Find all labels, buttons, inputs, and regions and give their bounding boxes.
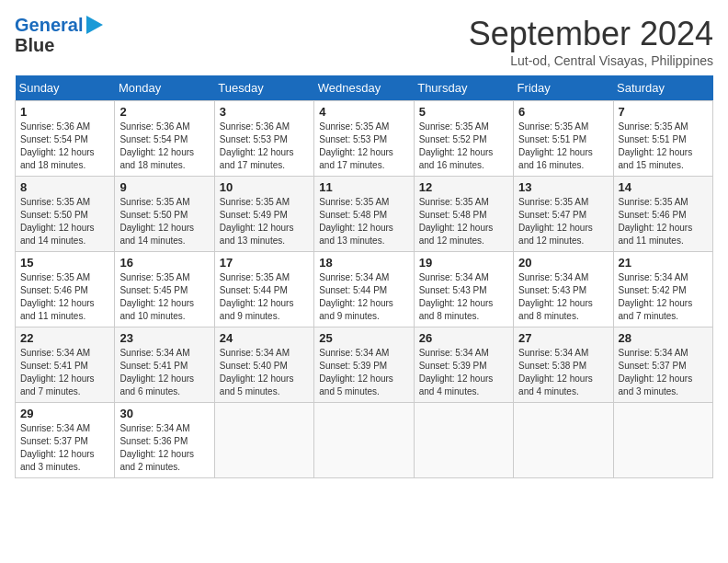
day-number: 21 <box>619 256 708 270</box>
calendar-cell: 19Sunrise: 5:34 AM Sunset: 5:43 PM Dayli… <box>414 252 513 327</box>
calendar-cell: 25Sunrise: 5:34 AM Sunset: 5:39 PM Dayli… <box>314 327 414 403</box>
logo-text: General <box>15 15 83 35</box>
calendar-cell: 29Sunrise: 5:34 AM Sunset: 5:37 PM Dayli… <box>16 403 115 478</box>
calendar-cell: 5Sunrise: 5:35 AM Sunset: 5:52 PM Daylig… <box>414 101 513 177</box>
calendar-cell: 16Sunrise: 5:35 AM Sunset: 5:45 PM Dayli… <box>115 252 214 327</box>
calendar-cell: 14Sunrise: 5:35 AM Sunset: 5:46 PM Dayli… <box>613 177 712 252</box>
calendar-cell: 21Sunrise: 5:34 AM Sunset: 5:42 PM Dayli… <box>613 252 712 327</box>
day-info: Sunrise: 5:35 AM Sunset: 5:51 PM Dayligh… <box>518 121 608 172</box>
logo: General Blue <box>15 15 103 55</box>
day-number: 7 <box>619 105 708 119</box>
calendar-cell: 2Sunrise: 5:36 AM Sunset: 5:54 PM Daylig… <box>115 101 214 177</box>
day-number: 26 <box>419 331 508 345</box>
day-number: 14 <box>619 180 708 194</box>
day-info: Sunrise: 5:34 AM Sunset: 5:41 PM Dayligh… <box>20 347 109 398</box>
day-number: 16 <box>119 256 209 270</box>
calendar-cell: 6Sunrise: 5:35 AM Sunset: 5:51 PM Daylig… <box>514 101 613 177</box>
day-info: Sunrise: 5:34 AM Sunset: 5:40 PM Dayligh… <box>220 347 309 398</box>
calendar-week-row: 29Sunrise: 5:34 AM Sunset: 5:37 PM Dayli… <box>16 403 713 478</box>
calendar-cell: 9Sunrise: 5:35 AM Sunset: 5:50 PM Daylig… <box>115 177 214 252</box>
day-info: Sunrise: 5:34 AM Sunset: 5:42 PM Dayligh… <box>619 271 708 323</box>
day-number: 10 <box>220 180 309 194</box>
day-of-week-header: Wednesday <box>314 75 414 101</box>
day-number: 15 <box>20 256 109 270</box>
calendar-cell <box>514 403 613 478</box>
day-info: Sunrise: 5:34 AM Sunset: 5:39 PM Dayligh… <box>419 347 508 398</box>
day-info: Sunrise: 5:35 AM Sunset: 5:50 PM Dayligh… <box>20 196 109 247</box>
day-number: 27 <box>518 331 608 345</box>
calendar-body: 1Sunrise: 5:36 AM Sunset: 5:54 PM Daylig… <box>16 101 713 478</box>
calendar-cell: 3Sunrise: 5:36 AM Sunset: 5:53 PM Daylig… <box>214 101 313 177</box>
calendar-cell: 1Sunrise: 5:36 AM Sunset: 5:54 PM Daylig… <box>16 101 115 177</box>
calendar-week-row: 22Sunrise: 5:34 AM Sunset: 5:41 PM Dayli… <box>16 327 713 403</box>
day-number: 22 <box>20 331 109 345</box>
calendar-cell: 15Sunrise: 5:35 AM Sunset: 5:46 PM Dayli… <box>16 252 115 327</box>
calendar-cell: 13Sunrise: 5:35 AM Sunset: 5:47 PM Dayli… <box>514 177 613 252</box>
day-info: Sunrise: 5:34 AM Sunset: 5:39 PM Dayligh… <box>319 347 408 398</box>
title-block: September 2024 Lut-od, Central Visayas, … <box>469 15 713 68</box>
calendar-week-row: 1Sunrise: 5:36 AM Sunset: 5:54 PM Daylig… <box>16 101 713 177</box>
day-of-week-header: Tuesday <box>214 75 313 101</box>
day-number: 18 <box>319 256 408 270</box>
logo-blue-text: Blue <box>15 35 54 55</box>
day-info: Sunrise: 5:36 AM Sunset: 5:53 PM Dayligh… <box>220 121 309 172</box>
day-info: Sunrise: 5:35 AM Sunset: 5:51 PM Dayligh… <box>619 121 708 172</box>
day-info: Sunrise: 5:36 AM Sunset: 5:54 PM Dayligh… <box>20 121 109 172</box>
day-number: 28 <box>619 331 708 345</box>
calendar-cell <box>214 403 313 478</box>
day-info: Sunrise: 5:35 AM Sunset: 5:45 PM Dayligh… <box>119 271 209 323</box>
calendar-header: SundayMondayTuesdayWednesdayThursdayFrid… <box>16 75 713 101</box>
calendar-cell: 20Sunrise: 5:34 AM Sunset: 5:43 PM Dayli… <box>514 252 613 327</box>
logo-arrow-icon <box>86 16 103 34</box>
days-of-week-row: SundayMondayTuesdayWednesdayThursdayFrid… <box>16 75 713 101</box>
day-number: 1 <box>20 105 109 119</box>
day-number: 19 <box>419 256 508 270</box>
calendar-cell: 26Sunrise: 5:34 AM Sunset: 5:39 PM Dayli… <box>414 327 513 403</box>
day-number: 29 <box>20 407 109 420</box>
day-number: 4 <box>319 105 408 119</box>
day-info: Sunrise: 5:35 AM Sunset: 5:52 PM Dayligh… <box>419 121 508 172</box>
day-info: Sunrise: 5:35 AM Sunset: 5:46 PM Dayligh… <box>619 196 708 247</box>
calendar-cell: 11Sunrise: 5:35 AM Sunset: 5:48 PM Dayli… <box>314 177 414 252</box>
day-number: 20 <box>518 256 608 270</box>
day-number: 24 <box>220 331 309 345</box>
day-of-week-header: Friday <box>514 75 613 101</box>
calendar-cell <box>613 403 712 478</box>
day-of-week-header: Thursday <box>414 75 513 101</box>
calendar-cell: 8Sunrise: 5:35 AM Sunset: 5:50 PM Daylig… <box>16 177 115 252</box>
day-info: Sunrise: 5:35 AM Sunset: 5:49 PM Dayligh… <box>220 196 309 247</box>
day-info: Sunrise: 5:35 AM Sunset: 5:50 PM Dayligh… <box>119 196 209 247</box>
calendar-cell: 4Sunrise: 5:35 AM Sunset: 5:53 PM Daylig… <box>314 101 414 177</box>
day-info: Sunrise: 5:34 AM Sunset: 5:38 PM Dayligh… <box>518 347 608 398</box>
calendar-cell <box>314 403 414 478</box>
day-of-week-header: Monday <box>115 75 214 101</box>
day-info: Sunrise: 5:34 AM Sunset: 5:37 PM Dayligh… <box>619 347 708 398</box>
calendar-cell: 23Sunrise: 5:34 AM Sunset: 5:41 PM Dayli… <box>115 327 214 403</box>
calendar-week-row: 8Sunrise: 5:35 AM Sunset: 5:50 PM Daylig… <box>16 177 713 252</box>
calendar-cell: 30Sunrise: 5:34 AM Sunset: 5:36 PM Dayli… <box>115 403 214 478</box>
day-number: 11 <box>319 180 408 194</box>
day-number: 5 <box>419 105 508 119</box>
page-header: General Blue September 2024 Lut-od, Cent… <box>15 15 713 68</box>
day-info: Sunrise: 5:35 AM Sunset: 5:48 PM Dayligh… <box>319 196 408 247</box>
day-of-week-header: Saturday <box>613 75 712 101</box>
calendar-week-row: 15Sunrise: 5:35 AM Sunset: 5:46 PM Dayli… <box>16 252 713 327</box>
month-title: September 2024 <box>469 15 713 53</box>
calendar-cell: 17Sunrise: 5:35 AM Sunset: 5:44 PM Dayli… <box>214 252 313 327</box>
calendar-cell: 24Sunrise: 5:34 AM Sunset: 5:40 PM Dayli… <box>214 327 313 403</box>
location-text: Lut-od, Central Visayas, Philippines <box>469 53 713 68</box>
day-info: Sunrise: 5:35 AM Sunset: 5:47 PM Dayligh… <box>518 196 608 247</box>
day-info: Sunrise: 5:35 AM Sunset: 5:44 PM Dayligh… <box>220 271 309 323</box>
day-number: 8 <box>20 180 109 194</box>
day-info: Sunrise: 5:34 AM Sunset: 5:36 PM Dayligh… <box>119 422 209 474</box>
calendar-cell: 12Sunrise: 5:35 AM Sunset: 5:48 PM Dayli… <box>414 177 513 252</box>
day-info: Sunrise: 5:34 AM Sunset: 5:37 PM Dayligh… <box>20 422 109 474</box>
calendar-cell: 27Sunrise: 5:34 AM Sunset: 5:38 PM Dayli… <box>514 327 613 403</box>
calendar-cell: 28Sunrise: 5:34 AM Sunset: 5:37 PM Dayli… <box>613 327 712 403</box>
day-number: 13 <box>518 180 608 194</box>
day-number: 17 <box>220 256 309 270</box>
day-info: Sunrise: 5:36 AM Sunset: 5:54 PM Dayligh… <box>119 121 209 172</box>
calendar-cell: 7Sunrise: 5:35 AM Sunset: 5:51 PM Daylig… <box>613 101 712 177</box>
day-of-week-header: Sunday <box>16 75 115 101</box>
day-number: 3 <box>220 105 309 119</box>
